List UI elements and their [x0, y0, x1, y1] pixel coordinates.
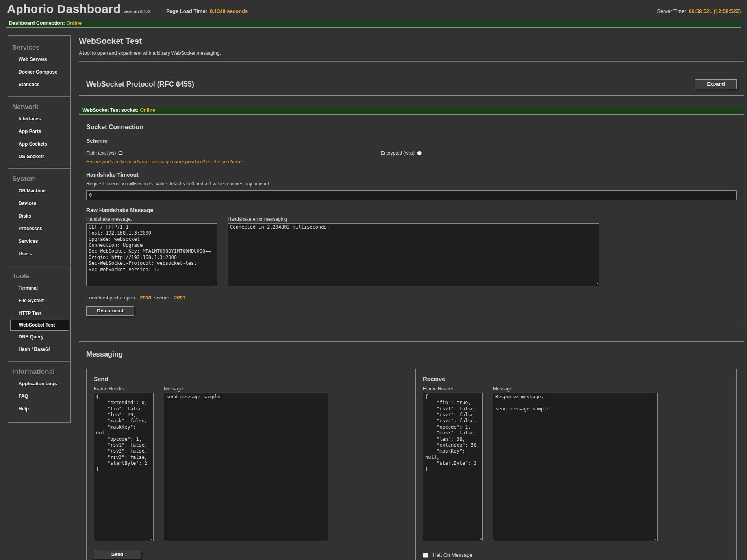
sidebar-item-app-sockets[interactable]: App Sockets	[8, 138, 70, 150]
disconnect-button[interactable]: Disconnect	[86, 306, 134, 316]
handshake-timeout-title: Handshake Timeout	[86, 172, 737, 178]
expand-button[interactable]: Expand	[695, 79, 737, 89]
sidebar-divider	[8, 168, 70, 169]
app-title: Aphorio Dashboard	[7, 2, 121, 16]
page-load-time-label: Page Load Time:	[166, 8, 207, 14]
localhost-ports-line: Localhost ports: open - 2000, secure - 2…	[86, 295, 737, 301]
send-message-textarea[interactable]: send message sample	[164, 393, 328, 541]
sidebar-section-informational: Informational	[12, 368, 70, 376]
handshake-error-label: Handshake error messaging	[228, 216, 599, 222]
scheme-encrypted-radio[interactable]	[417, 151, 422, 155]
send-title: Send	[94, 375, 401, 382]
server-time-label: Server Time:	[657, 8, 686, 14]
receive-title: Receive	[423, 375, 729, 382]
sidebar-item-help[interactable]: Help	[8, 403, 70, 415]
sidebar-section-services: Services	[12, 44, 70, 52]
receive-message-textarea[interactable]: Response message. send message sample	[493, 393, 658, 541]
sidebar-item-faq[interactable]: FAQ	[8, 390, 70, 403]
send-frame-header-label: Frame Header	[94, 386, 154, 392]
messaging-panel: Messaging Send Frame Header { "extended"…	[79, 341, 744, 560]
sidebar-item-interfaces[interactable]: Interfaces	[8, 113, 70, 125]
localhost-open-port: 2000	[140, 295, 151, 301]
send-frame-header-textarea[interactable]: { "extended": 0, "fin": false, "len": 19…	[94, 393, 154, 541]
sidebar-item-websocket-test[interactable]: WebSocket Test	[10, 320, 69, 331]
localhost-ports-prefix: Localhost ports: open -	[86, 295, 140, 301]
sidebar-divider	[8, 96, 70, 97]
receive-frame-header-label: Frame Header	[423, 386, 483, 392]
socket-status-bar: WebSocket Test socket: Online	[79, 106, 744, 115]
socket-status-label: WebSocket Test socket:	[82, 107, 139, 113]
server-time-value: 06:58:52L (12:58:52Z)	[689, 8, 741, 14]
handshake-message-label: Handshake message.	[86, 216, 217, 222]
send-panel: Send Frame Header { "extended": 0, "fin"…	[86, 369, 408, 560]
sidebar-item-disks[interactable]: Disks	[8, 210, 70, 222]
sidebar-item-users[interactable]: Users	[8, 248, 70, 260]
protocol-panel: WebSocket Protocol (RFC 6455) Expand	[79, 73, 744, 96]
sidebar-item-docker-compose[interactable]: Docker Compose	[8, 66, 70, 78]
send-button[interactable]: Send	[94, 550, 141, 559]
receive-frame-header-textarea[interactable]: { "fin": true, "rsv1": false, "rsv2": fa…	[423, 393, 483, 541]
socket-connection-panel: WebSocket Test socket: Online Socket Con…	[79, 106, 744, 327]
scheme-plain-label: Plain text (ws)	[86, 150, 116, 156]
main-content: WebSocket Test A tool to open and experi…	[79, 35, 744, 560]
sidebar-item-terminal[interactable]: Terminal	[8, 282, 70, 294]
handshake-timeout-input[interactable]	[86, 190, 737, 200]
sidebar-item-hash-base64[interactable]: Hash / Base64	[8, 343, 70, 356]
scheme-option-plain: Plain text (ws)	[86, 150, 123, 156]
page-load-time-value: 0.1349 seconds	[210, 8, 248, 14]
sidebar: Services Web Servers Docker Compose Stat…	[8, 35, 71, 423]
sidebar-item-http-test[interactable]: HTTP Test	[8, 307, 70, 320]
raw-handshake-title: Raw Handshake Message	[86, 207, 737, 213]
scheme-encrypted-label: Encrypted (wss)	[381, 150, 415, 156]
sidebar-item-web-servers[interactable]: Web Servers	[8, 53, 70, 66]
protocol-panel-title: WebSocket Protocol (RFC 6455)	[86, 80, 194, 89]
sidebar-divider	[8, 361, 70, 362]
scheme-option-encrypted: Encrypted (wss)	[381, 150, 422, 156]
sidebar-section-network: Network	[12, 103, 70, 111]
halt-on-message-checkbox[interactable]	[423, 553, 428, 558]
scheme-title: Scheme	[86, 138, 737, 144]
app-version: version 0.1.0	[124, 9, 150, 14]
sidebar-section-tools: Tools	[12, 272, 70, 280]
scheme-note: Ensure ports in the handshake message co…	[86, 159, 737, 164]
handshake-timeout-description: Request timeout in milliseconds. Value d…	[86, 181, 737, 187]
page-subtitle: A tool to open and experiment with arbit…	[79, 50, 744, 62]
handshake-message-textarea[interactable]: GET / HTTP/1.1 Host: 192.168.1.3:2000 Up…	[86, 223, 217, 286]
send-message-label: Message	[164, 386, 328, 392]
sidebar-divider	[8, 266, 70, 266]
halt-on-message-label: Halt On Message	[433, 552, 472, 558]
sidebar-item-devices[interactable]: Devices	[8, 197, 70, 210]
sidebar-item-processes[interactable]: Processes	[8, 222, 70, 235]
sidebar-item-file-system[interactable]: File System	[8, 294, 70, 307]
dashboard-connection-label: Dashboard Connection:	[9, 20, 65, 26]
sidebar-section-system: System	[12, 175, 70, 183]
receive-panel: Receive Frame Header { "fin": true, "rsv…	[415, 369, 737, 560]
messaging-title: Messaging	[86, 350, 737, 359]
scheme-plain-radio[interactable]	[118, 151, 123, 155]
dashboard-connection-status: Online	[66, 20, 82, 26]
page-title: WebSocket Test	[79, 36, 744, 46]
sidebar-item-application-logs[interactable]: Application Logs	[8, 377, 70, 390]
scheme-options: Plain text (ws) Encrypted (wss)	[86, 150, 737, 157]
sidebar-item-os-machine[interactable]: OS/Machine	[8, 185, 70, 197]
sidebar-item-statistics[interactable]: Statistics	[8, 78, 70, 91]
sidebar-item-os-sockets[interactable]: OS Sockets	[8, 150, 70, 163]
localhost-ports-middle: , secure -	[151, 295, 174, 301]
halt-on-message-row: Halt On Message	[423, 552, 729, 558]
app-header: Aphorio Dashboard version 0.1.0 Page Loa…	[0, 0, 747, 17]
handshake-error-textarea[interactable]: Connected in 2.204802 milliseconds.	[228, 223, 599, 286]
sidebar-item-app-ports[interactable]: App Ports	[8, 125, 70, 138]
dashboard-connection-bar: Dashboard Connection: Online	[6, 19, 741, 28]
localhost-secure-port: 2001	[174, 295, 185, 301]
sidebar-item-services[interactable]: Services	[8, 235, 70, 248]
socket-connection-title: Socket Connection	[86, 124, 737, 131]
socket-status-value: Online	[140, 107, 155, 113]
sidebar-item-dns-query[interactable]: DNS Query	[8, 331, 70, 343]
receive-message-label: Message	[493, 386, 658, 392]
